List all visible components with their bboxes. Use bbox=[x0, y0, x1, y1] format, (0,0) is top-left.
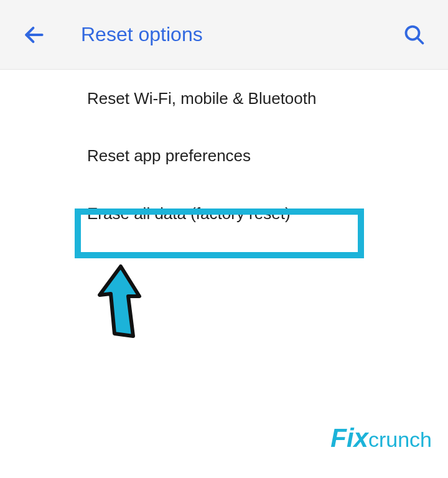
app-header: Reset options bbox=[0, 0, 448, 70]
page-title: Reset options bbox=[81, 23, 403, 46]
back-arrow-icon[interactable] bbox=[22, 23, 46, 47]
svg-line-2 bbox=[418, 37, 423, 43]
watermark-accent: Fix bbox=[330, 423, 368, 452]
annotation-arrow-icon bbox=[82, 260, 151, 356]
option-reset-app-prefs[interactable]: Reset app preferences bbox=[0, 127, 448, 184]
options-list: Reset Wi-Fi, mobile & Bluetooth Reset ap… bbox=[0, 70, 448, 242]
option-reset-network[interactable]: Reset Wi-Fi, mobile & Bluetooth bbox=[0, 70, 448, 127]
watermark-logo: Fixcrunch bbox=[330, 423, 432, 453]
watermark-rest: crunch bbox=[368, 428, 432, 451]
option-erase-all-data[interactable]: Erase all data (factory reset) bbox=[0, 185, 448, 242]
search-icon[interactable] bbox=[403, 24, 426, 46]
